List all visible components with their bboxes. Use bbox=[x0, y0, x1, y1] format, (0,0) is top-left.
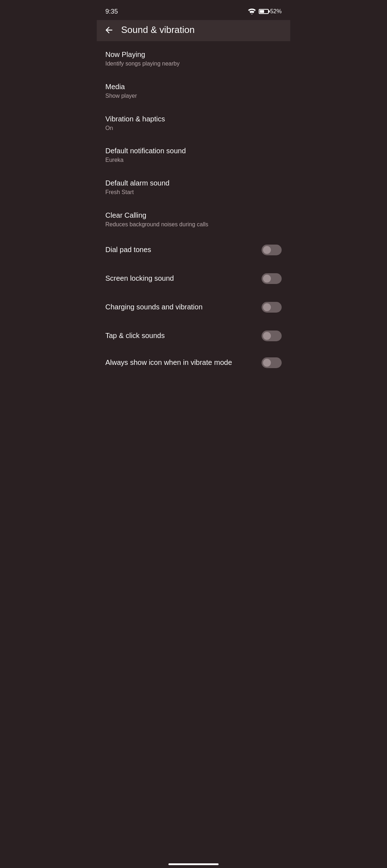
settings-item-tap-click-sounds[interactable]: Tap & click sounds bbox=[97, 322, 290, 350]
settings-item-vibration-haptics[interactable]: Vibration & haptics On bbox=[97, 107, 290, 139]
default-alarm-sound-title: Default alarm sound bbox=[105, 178, 282, 188]
tap-click-sounds-toggle-knob bbox=[263, 332, 271, 340]
status-bar: 9:35 52% bbox=[97, 0, 290, 20]
vibrate-mode-icon-toggle-knob bbox=[263, 359, 271, 367]
now-playing-subtitle: Identify songs playing nearby bbox=[105, 60, 282, 68]
status-icons: 52% bbox=[248, 8, 282, 15]
vibrate-mode-icon-title: Always show icon when in vibrate mode bbox=[105, 358, 262, 367]
dial-pad-tones-title: Dial pad tones bbox=[105, 245, 262, 254]
default-alarm-sound-subtitle: Fresh Start bbox=[105, 189, 282, 196]
settings-item-now-playing[interactable]: Now Playing Identify songs playing nearb… bbox=[97, 43, 290, 75]
settings-item-clear-calling[interactable]: Clear Calling Reduces background noises … bbox=[97, 203, 290, 236]
clear-calling-title: Clear Calling bbox=[105, 211, 282, 220]
charging-sounds-toggle[interactable] bbox=[262, 302, 282, 313]
vibration-haptics-subtitle: On bbox=[105, 125, 282, 132]
dial-pad-tones-toggle[interactable] bbox=[262, 245, 282, 255]
settings-item-charging-sounds[interactable]: Charging sounds and vibration bbox=[97, 293, 290, 322]
default-notification-sound-subtitle: Eureka bbox=[105, 156, 282, 164]
settings-item-dial-pad-tones[interactable]: Dial pad tones bbox=[97, 236, 290, 264]
tap-click-sounds-title: Tap & click sounds bbox=[105, 331, 262, 340]
battery-container: 52% bbox=[259, 8, 282, 15]
media-subtitle: Show player bbox=[105, 92, 282, 100]
vibration-haptics-title: Vibration & haptics bbox=[105, 114, 282, 124]
wifi-icon bbox=[248, 9, 256, 14]
settings-item-default-notification-sound[interactable]: Default notification sound Eureka bbox=[97, 139, 290, 171]
settings-item-default-alarm-sound[interactable]: Default alarm sound Fresh Start bbox=[97, 171, 290, 203]
media-title: Media bbox=[105, 82, 282, 91]
tap-click-sounds-toggle[interactable] bbox=[262, 331, 282, 341]
charging-sounds-title: Charging sounds and vibration bbox=[105, 302, 262, 312]
dial-pad-tones-toggle-knob bbox=[263, 246, 271, 254]
settings-content: Now Playing Identify songs playing nearb… bbox=[97, 41, 290, 390]
default-notification-sound-title: Default notification sound bbox=[105, 146, 282, 155]
screen-locking-sound-toggle[interactable] bbox=[262, 273, 282, 284]
vibrate-mode-icon-toggle[interactable] bbox=[262, 357, 282, 368]
now-playing-title: Now Playing bbox=[105, 50, 282, 59]
status-time: 9:35 bbox=[105, 8, 118, 15]
charging-sounds-toggle-knob bbox=[263, 303, 271, 311]
battery-icon bbox=[259, 9, 269, 14]
settings-item-screen-locking-sound[interactable]: Screen locking sound bbox=[97, 264, 290, 293]
settings-item-media[interactable]: Media Show player bbox=[97, 75, 290, 107]
screen-locking-sound-toggle-knob bbox=[263, 275, 271, 283]
page-header: Sound & vibration bbox=[97, 20, 290, 41]
settings-item-vibrate-mode-icon[interactable]: Always show icon when in vibrate mode bbox=[97, 350, 290, 390]
clear-calling-subtitle: Reduces background noises during calls bbox=[105, 221, 282, 228]
page-title: Sound & vibration bbox=[121, 24, 195, 35]
screen-locking-sound-title: Screen locking sound bbox=[105, 274, 262, 283]
back-button[interactable] bbox=[104, 25, 114, 35]
battery-percentage: 52% bbox=[270, 8, 282, 15]
